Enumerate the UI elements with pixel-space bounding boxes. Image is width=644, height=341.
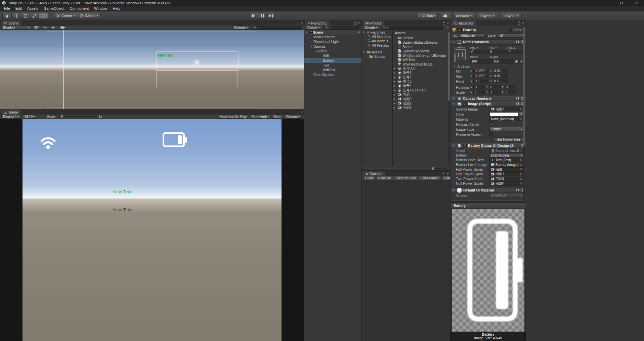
pivot-y-field[interactable]: 0.5 [493,79,508,83]
scale-y-field[interactable]: 1 [489,90,501,94]
image-type-dropdown[interactable]: Simple▾ [489,127,524,131]
hamburger-icon[interactable]: ≡ [447,21,449,25]
lighting-toggle[interactable]: ☀ [42,26,48,30]
thumbnail-size-slider[interactable] [431,168,446,169]
material-header[interactable]: ▶ Default UI Material [450,187,526,193]
component-enabled-checkbox[interactable]: ✓ [463,102,467,106]
scale-z-field[interactable]: 1 [505,90,516,94]
menu-component[interactable]: Component [67,6,91,10]
hierarchy-item-eventsystem[interactable]: EventSystem [304,72,362,77]
foldout-icon[interactable]: ▼ [314,50,318,52]
rect-transform-header[interactable]: ▼ Rect Transform [450,39,526,45]
stats-toggle[interactable]: Stats [272,115,283,119]
foldout-icon[interactable]: ▶ [393,89,396,92]
rect-tool-button[interactable] [39,13,48,19]
anchor-max-y-field[interactable]: 0.85 [493,74,508,78]
image-component-header[interactable]: ▼ ✓ Image (Script) [450,101,526,106]
null-power-sprite-object-field[interactable]: 电池0⊙ [489,181,524,186]
scene-text-battery[interactable]: New Text [157,53,173,58]
foldout-icon[interactable]: ▼ [452,144,456,147]
hierarchy-search-input[interactable]: ▾ [323,26,360,30]
object-picker-icon[interactable]: ⊙ [520,177,522,180]
kebab-icon[interactable]: ⋮ [296,110,299,114]
battery-level-text-object-field[interactable]: TText (Text)⊙ [489,158,524,162]
anchor-min-x-field[interactable]: 0.5857 [473,69,488,73]
hierarchy-item-directional-light[interactable]: Directional Light [304,39,362,44]
layers-dropdown[interactable]: Layers▾ [477,13,498,19]
foldout-icon[interactable]: ▶ [393,80,396,83]
menu-assets[interactable]: Assets [25,6,41,10]
cloud-button[interactable] [441,13,450,19]
foldout-icon[interactable]: ▶ [393,85,396,87]
game-gizmos-dropdown[interactable]: Gizmos▾ [285,115,302,119]
full-power-sprite-object-field[interactable]: 电池⊙ [489,167,524,172]
2d-toggle[interactable]: 2D [33,26,40,30]
material-object-field[interactable]: None (Material)⊙ [489,117,524,121]
project-create-button[interactable]: Create▾ [363,26,379,30]
hierarchy-item-panel[interactable]: ▼Panel [304,49,362,53]
foldout-icon[interactable]: ▼ [452,97,456,100]
menu-edit[interactable]: Edit [13,6,25,10]
console-log-area[interactable] [362,180,450,341]
lock-icon[interactable] [443,23,445,25]
object-picker-icon[interactable]: ⊙ [520,172,522,176]
asset-信号3[interactable]: ▶信号3 [393,79,448,84]
kebab-icon[interactable]: ⋮ [467,204,471,208]
favorite-all-models[interactable]: All Models [362,39,392,43]
asset-电池0[interactable]: ▶电池0 [393,97,448,101]
help-icon[interactable] [516,102,519,106]
kebab-icon[interactable]: ⋮ [446,26,449,30]
lock-icon[interactable] [354,23,356,25]
lock-icon[interactable] [518,23,520,25]
connected-player-dropdown[interactable]: Connected Pl▾ [442,176,450,180]
foldout-icon[interactable]: ▼ [305,31,309,34]
pos-x-field[interactable]: 0 [470,50,487,54]
set-native-size-button[interactable]: Set Native Size [493,137,524,142]
help-icon[interactable] [516,96,519,101]
foldout-icon[interactable]: ▶ [393,102,396,105]
scale-tool-button[interactable] [30,13,39,19]
shader-dropdown[interactable]: UI/Default▾ [489,193,524,198]
thumbnail-size-knob[interactable] [432,167,434,170]
account-dropdown[interactable]: Account▾ [453,13,474,19]
hierarchy-item-text[interactable]: Text [304,63,362,68]
preserve-aspect-checkbox[interactable] [489,132,493,136]
close-button[interactable]: × [629,0,644,6]
help-icon[interactable] [516,188,519,193]
battery-level-image-object-field[interactable]: Battery (Image)⊙ [489,163,524,167]
mute-audio-toggle[interactable]: Mute Audio [250,115,270,119]
source-image-object-field[interactable]: 电池1⊙ [489,107,524,111]
anchor-preset-widget[interactable]: custom custom [453,46,468,64]
active-checkbox[interactable]: ✓ [458,28,462,32]
space-mode-button[interactable]: Global▾ [77,13,100,19]
object-picker-icon[interactable]: ⊙ [520,163,522,166]
asset-batterystatusuidesign[interactable]: BatteryStatusUIDesign [393,40,448,44]
move-tool-button[interactable] [12,13,21,19]
pos-z-field[interactable]: 0 [507,50,524,54]
pause-button[interactable] [258,13,267,19]
asset-scene[interactable]: Scene [393,44,448,49]
menu-help[interactable]: Help [110,6,123,10]
tree-folder-scripts[interactable]: Scripts [362,54,392,58]
hierarchy-item-wifi[interactable]: Wifi [304,53,362,58]
maximize-on-play-toggle[interactable]: Maximize On Play [218,115,249,119]
hamburger-icon[interactable]: ≡ [358,21,360,25]
menu-gameobject[interactable]: GameObject [41,6,67,10]
layout-dropdown[interactable]: Layout▾ [501,13,522,19]
clear-on-play-button[interactable]: Clear on Play [394,176,418,180]
foldout-icon[interactable]: ▶ [393,93,396,96]
one-power-sprite-object-field[interactable]: 电池1⊙ [489,172,524,176]
project-search-input[interactable]: ▾ [381,26,444,30]
scale-x-field[interactable]: 1 [473,90,485,94]
anchor-max-x-field[interactable]: 0.5857 [473,74,488,78]
layer-dropdown[interactable]: UI▾ [498,33,524,38]
hamburger-icon[interactable]: ≡ [301,21,303,25]
hierarchy-item-main-camera[interactable]: Main Camera [304,35,362,39]
scale-slider-knob[interactable] [60,115,63,118]
tab-game[interactable]: Game [1,110,21,115]
asset-电池2[interactable]: ▶电池2 [393,105,448,110]
preview-header[interactable]: Battery ⋮ [450,203,526,208]
foldout-icon[interactable]: ▼ [310,45,313,48]
rotate-tool-button[interactable] [21,13,30,19]
battery-script-header[interactable]: ▼ ✓ Battery Status UI Design (Script) [450,143,526,148]
